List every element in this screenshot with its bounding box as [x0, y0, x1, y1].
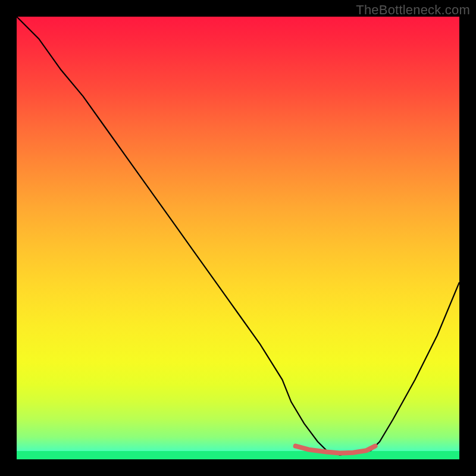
watermark-text: TheBottleneck.com: [356, 2, 470, 18]
plot-area: [17, 17, 459, 459]
bottleneck-curve: [17, 17, 459, 459]
chart-frame: TheBottleneck.com: [0, 0, 476, 476]
